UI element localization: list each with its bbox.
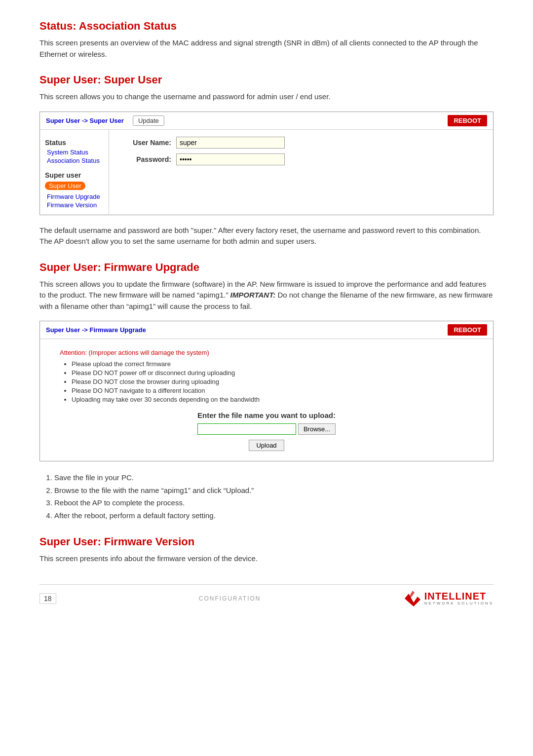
panel-content-superuser: User Name: Password: [109,130,493,215]
browse-button[interactable]: Browse... [298,423,336,435]
section-title-firmware-upgrade: Super User: Firmware Upgrade [39,261,494,274]
panel-sidebar-nav: Status System Status Association Status … [40,130,109,215]
bullet-2: Please DO NOT power off or disconnect du… [72,369,473,377]
page-footer: 18 CONFIGURATION INTELLINET NETWORK SOLU… [39,584,494,607]
nav-item-firmware-version[interactable]: Firmware Version [45,201,109,209]
attention-text: Attention: (Improper actions will damage… [60,349,473,356]
firmware-panel-title: Super User -> Firmware Upgrade [46,326,146,334]
logo-sub: NETWORK SOLUTIONS [424,601,494,605]
password-row: Password: [117,153,485,165]
firmware-important-label: IMPORTANT: [230,291,276,299]
intellinet-logo-icon [404,590,421,607]
password-input[interactable] [176,153,285,165]
update-button[interactable]: Update [133,115,164,126]
firmware-upgrade-panel: Super User -> Firmware Upgrade REBOOT At… [39,321,494,461]
section-title-superuser: Super User: Super User [39,74,494,86]
username-label: User Name: [117,139,171,147]
step-1: Save the file in your PC. [54,471,494,484]
bullet-1: Please upload the correct firmware [72,360,473,368]
firmware-reboot-button[interactable]: REBOOT [448,324,487,336]
username-row: User Name: [117,137,485,149]
section-desc-association: This screen presents an overview of the … [39,38,494,60]
file-input[interactable] [197,423,296,435]
super-user-panel: Super User -> Super User Update REBOOT S… [39,112,494,215]
bullet-5: Uploading may take over 30 seconds depen… [72,396,473,403]
nav-group-status: Status [45,139,109,147]
attention-bullets: Please upload the correct firmware Pleas… [60,360,473,403]
upload-button[interactable]: Upload [249,440,284,451]
panel-header: Super User -> Super User Update REBOOT [40,112,493,130]
nav-group-super-user: Super user [45,171,109,179]
section-association-status: Status: Association Status This screen p… [39,20,494,60]
step-4: After the reboot, perform a default fact… [54,509,494,522]
bullet-4: Please DO NOT navigate to a different lo… [72,387,473,394]
upload-label: Enter the file name you want to upload: [60,411,473,419]
superuser-note: The default username and password are bo… [39,225,494,247]
step-3: Reboot the AP to complete the process. [54,496,494,509]
page-number: 18 [39,593,56,604]
nav-item-system-status[interactable]: System Status [45,149,109,156]
section-title-association: Status: Association Status [39,20,494,33]
section-desc-superuser: This screen allows you to change the use… [39,91,494,103]
section-desc-firmware-upgrade: This screen allows you to update the fir… [39,279,494,312]
section-firmware-upgrade: Super User: Firmware Upgrade This screen… [39,261,494,522]
nav-item-association-status[interactable]: Association Status [45,157,109,164]
firmware-panel-body: Attention: (Improper actions will damage… [40,339,493,461]
reboot-button[interactable]: REBOOT [448,115,487,126]
upload-section: Enter the file name you want to upload: … [60,411,473,451]
steps-list: Save the file in your PC. Browse to the … [39,471,494,522]
panel-header-nav: Super User -> Super User Update [46,115,164,126]
section-firmware-version: Super User: Firmware Version This screen… [39,535,494,565]
intellinet-logo: INTELLINET NETWORK SOLUTIONS [404,590,494,607]
bullet-3: Please DO NOT close the browser during u… [72,378,473,385]
section-title-firmware-version: Super User: Firmware Version [39,535,494,548]
logo-text: INTELLINET NETWORK SOLUTIONS [424,591,494,605]
username-input[interactable] [176,137,285,149]
panel-body: Status System Status Association Status … [40,130,493,215]
upload-row: Browse... [60,423,473,435]
section-super-user: Super User: Super User This screen allow… [39,74,494,247]
footer-label: CONFIGURATION [199,595,261,602]
step-2: Browse to the file with the name “apimg1… [54,484,494,497]
section-desc-firmware-version: This screen presents info about the firm… [39,553,494,565]
logo-brand: INTELLINET [424,591,494,601]
panel-header-title: Super User -> Super User [46,117,124,124]
password-label: Password: [117,155,171,163]
nav-item-super-user[interactable]: Super User [45,182,85,190]
svg-marker-0 [405,594,420,606]
nav-item-firmware-upgrade[interactable]: Firmware Upgrade [45,193,109,200]
firmware-panel-header: Super User -> Firmware Upgrade REBOOT [40,321,493,339]
